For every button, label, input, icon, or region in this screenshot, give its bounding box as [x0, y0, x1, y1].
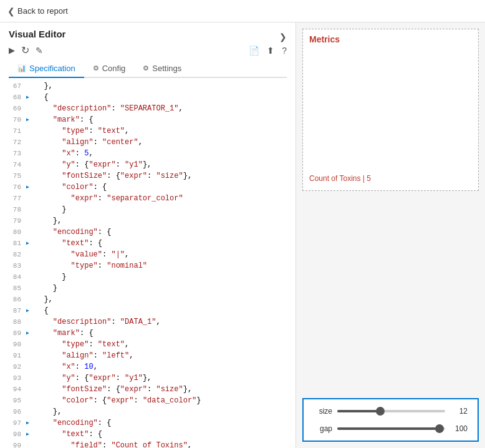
- line-number: 73: [0, 148, 26, 159]
- help-button[interactable]: ?: [282, 46, 287, 56]
- gap-slider-thumb[interactable]: [435, 424, 444, 433]
- close-panel-button[interactable]: ❯: [279, 32, 287, 42]
- code-line: 84 }: [0, 271, 295, 283]
- line-arrow: ▶: [26, 238, 35, 249]
- code-line: 83 "type": "nominal": [0, 260, 295, 271]
- size-label: size: [314, 407, 332, 416]
- line-arrow: [26, 294, 35, 305]
- line-number: 90: [0, 339, 26, 350]
- code-line: 77 "expr": "separator_color": [0, 193, 295, 204]
- code-line: 82 "value": "|",: [0, 249, 295, 260]
- code-line: 67 },: [0, 80, 295, 92]
- toolbar-left: ▶ ↻ ✎: [9, 44, 43, 56]
- right-panel: Metrics Count of Toxins | 5 size 12 gap: [296, 22, 485, 448]
- line-number: 83: [0, 260, 26, 271]
- line-number: 99: [0, 440, 26, 448]
- size-slider-thumb[interactable]: [376, 407, 385, 416]
- code-line: 92 "x": 10,: [0, 361, 295, 373]
- spec-tab-icon: 📊: [17, 64, 26, 72]
- line-content: }: [35, 283, 295, 294]
- line-content: "align": "center",: [35, 137, 295, 148]
- refresh-button[interactable]: ↻: [21, 44, 29, 56]
- line-arrow: [26, 260, 35, 271]
- size-value: 12: [450, 407, 468, 416]
- line-arrow: [26, 226, 35, 238]
- line-arrow: [26, 283, 35, 294]
- tab-config[interactable]: ⚙ Config: [84, 60, 135, 78]
- code-line: 71 "type": "text",: [0, 125, 295, 137]
- line-arrow: [26, 137, 35, 148]
- line-arrow: [26, 316, 35, 328]
- pencil-button[interactable]: ✎: [36, 46, 43, 56]
- size-slider-row: size 12: [314, 407, 468, 416]
- back-button[interactable]: ❮ Back to report: [7, 6, 68, 16]
- tab-specification[interactable]: 📊 Specification: [9, 60, 84, 78]
- line-arrow: ▶: [26, 92, 35, 103]
- line-arrow: ▶: [26, 429, 35, 440]
- line-content: "expr": "separator_color": [35, 193, 295, 204]
- gap-slider-row: gap 100: [314, 424, 468, 433]
- line-content: "description": "DATA_1",: [35, 316, 295, 328]
- line-content: "color": {: [35, 182, 295, 193]
- line-number: 96: [0, 406, 26, 417]
- line-content: "description": "SEPARATOR_1",: [35, 103, 295, 114]
- line-content: "field": "Count of Toxins",: [35, 440, 295, 448]
- code-line: 80 "encoding": {: [0, 226, 295, 238]
- panel-header: Visual Editor ❯ ▶ ↻ ✎ 📄 ⬆ ? 📊 Specifi: [0, 22, 295, 78]
- line-number: 88: [0, 316, 26, 328]
- line-content: },: [35, 215, 295, 226]
- code-line: 99 "field": "Count of Toxins",: [0, 440, 295, 448]
- line-arrow: [26, 440, 35, 448]
- gap-label: gap: [314, 424, 332, 433]
- export-button[interactable]: ⬆: [267, 46, 274, 56]
- code-editor[interactable]: 67 },68▶ {69 "description": "SEPARATOR_1…: [0, 78, 295, 448]
- line-arrow: [26, 215, 35, 226]
- line-number: 85: [0, 283, 26, 294]
- top-bar: ❮ Back to report: [0, 0, 485, 22]
- line-number: 89: [0, 328, 26, 339]
- code-line: 87▶ {: [0, 305, 295, 316]
- line-number: 70: [0, 114, 26, 125]
- line-content: "mark": {: [35, 328, 295, 339]
- spec-tab-label: Specification: [29, 64, 75, 73]
- line-arrow: [26, 395, 35, 406]
- code-line: 79 },: [0, 215, 295, 226]
- tab-settings[interactable]: ⚙ Settings: [134, 60, 190, 78]
- line-content: "type": "text",: [35, 339, 295, 350]
- panel-tabs: 📊 Specification ⚙ Config ⚙ Settings: [9, 60, 287, 78]
- line-number: 84: [0, 271, 26, 283]
- code-line: 94 "fontSize": {"expr": "size"},: [0, 384, 295, 395]
- gap-value: 100: [450, 424, 468, 433]
- line-arrow: [26, 159, 35, 170]
- line-number: 82: [0, 249, 26, 260]
- line-arrow: [26, 103, 35, 114]
- line-number: 94: [0, 384, 26, 395]
- line-number: 93: [0, 373, 26, 384]
- code-line: 88 "description": "DATA_1",: [0, 316, 295, 328]
- line-content: "y": {"expr": "y1"},: [35, 159, 295, 170]
- line-number: 97: [0, 417, 26, 429]
- line-number: 98: [0, 429, 26, 440]
- line-content: "text": {: [35, 238, 295, 249]
- line-arrow: ▶: [26, 417, 35, 429]
- code-line: 69 "description": "SEPARATOR_1",: [0, 103, 295, 114]
- line-content: "x": 10,: [35, 361, 295, 373]
- line-arrow: ▶: [26, 114, 35, 125]
- file-button[interactable]: 📄: [249, 46, 259, 56]
- line-arrow: [26, 148, 35, 159]
- line-content: "fontSize": {"expr": "size"},: [35, 170, 295, 182]
- line-number: 75: [0, 170, 26, 182]
- line-number: 76: [0, 182, 26, 193]
- line-number: 92: [0, 361, 26, 373]
- count-label: Count of Toxins | 5: [309, 174, 371, 183]
- line-content: "encoding": {: [35, 226, 295, 238]
- line-number: 77: [0, 193, 26, 204]
- code-line: 74 "y": {"expr": "y1"},: [0, 159, 295, 170]
- line-arrow: [26, 339, 35, 350]
- line-arrow: [26, 406, 35, 417]
- line-number: 78: [0, 204, 26, 215]
- main-layout: Visual Editor ❯ ▶ ↻ ✎ 📄 ⬆ ? 📊 Specifi: [0, 22, 485, 448]
- play-button[interactable]: ▶: [9, 46, 15, 55]
- metrics-box: Metrics Count of Toxins | 5: [302, 29, 479, 191]
- code-line: 85 }: [0, 283, 295, 294]
